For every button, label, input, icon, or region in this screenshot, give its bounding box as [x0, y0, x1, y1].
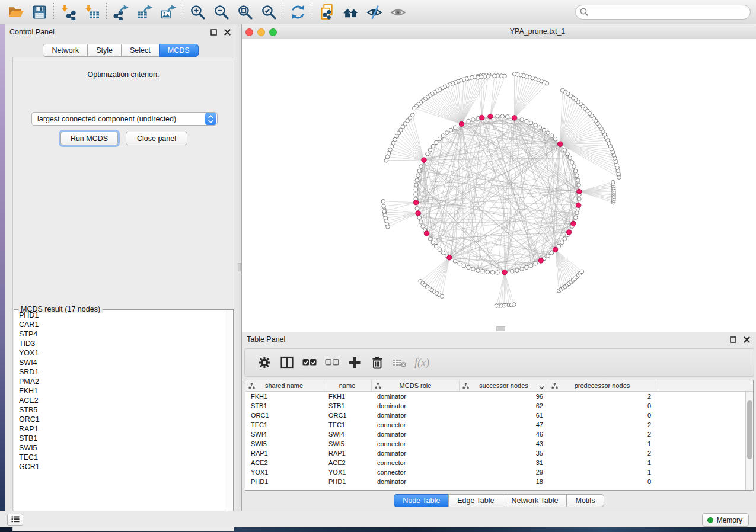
tab-edge-table[interactable]: Edge Table [448, 494, 503, 507]
mcds-result-item[interactable]: TID3 [15, 339, 225, 348]
network-node[interactable] [563, 237, 567, 241]
network-node[interactable] [471, 118, 476, 122]
column-header-shared-name[interactable]: shared name [245, 380, 323, 391]
cell-predecessor-nodes[interactable]: 2 [548, 420, 656, 430]
network-hub-node[interactable] [553, 247, 557, 252]
close-panel-button[interactable]: Close panel [126, 132, 187, 145]
tab-select[interactable]: Select [121, 44, 160, 57]
network-node[interactable] [553, 137, 557, 141]
cell-shared-name[interactable]: RAP1 [245, 448, 323, 458]
cell-name[interactable]: ACE2 [323, 458, 372, 467]
network-node[interactable] [385, 155, 390, 159]
network-node[interactable] [467, 119, 471, 123]
network-node[interactable] [520, 267, 524, 271]
cell-predecessor-nodes[interactable]: 1 [548, 458, 656, 467]
column-header-name[interactable]: name [323, 380, 372, 391]
tab-network-table[interactable]: Network Table [503, 494, 567, 507]
network-node[interactable] [568, 156, 572, 160]
optimization-criterion-select[interactable]: largest connected component (undirected) [31, 112, 218, 126]
network-node[interactable] [525, 119, 529, 123]
cell-name[interactable]: RAP1 [323, 448, 372, 458]
gear-button[interactable] [253, 352, 276, 373]
network-node[interactable] [515, 268, 519, 273]
cell-predecessor-nodes[interactable]: 1 [548, 439, 656, 448]
tab-node-table[interactable]: Node Table [394, 494, 449, 507]
network-node[interactable] [534, 123, 538, 127]
network-node[interactable] [416, 174, 420, 178]
network-node[interactable] [431, 144, 435, 148]
network-node[interactable] [445, 131, 449, 135]
network-node[interactable] [512, 303, 516, 307]
network-node[interactable] [500, 114, 505, 118]
network-node[interactable] [575, 174, 579, 178]
mcds-result-item[interactable]: STB1 [15, 434, 225, 443]
cell-name[interactable]: SWI4 [323, 430, 372, 439]
mcds-result-item[interactable]: PMA2 [15, 377, 225, 386]
network-node[interactable] [490, 270, 495, 274]
zoom-out-button[interactable] [209, 1, 233, 23]
network-node[interactable] [577, 183, 581, 187]
network-node[interactable] [546, 254, 550, 258]
network-node[interactable] [557, 244, 561, 248]
network-node[interactable] [428, 148, 432, 152]
network-node[interactable] [563, 148, 567, 152]
memory-button[interactable]: Memory [702, 513, 749, 527]
network-node[interactable] [414, 183, 419, 187]
cell-mcds-role[interactable]: dominator [372, 448, 460, 458]
network-node[interactable] [440, 294, 444, 299]
cell-predecessor-nodes[interactable]: 2 [548, 430, 656, 439]
cell-predecessor-nodes[interactable]: 0 [548, 401, 656, 411]
mcds-result-item[interactable]: SWI5 [15, 443, 225, 453]
network-node[interactable] [542, 128, 546, 132]
network-hub-node[interactable] [479, 115, 484, 120]
network-hub-node[interactable] [502, 270, 507, 274]
mcds-result-item[interactable]: STP4 [15, 329, 225, 339]
show-all-button[interactable] [386, 1, 410, 23]
cell-mcds-role[interactable]: dominator [372, 401, 460, 411]
hide-selected-button[interactable] [362, 1, 386, 23]
cell-name[interactable]: TEC1 [323, 420, 372, 430]
network-node[interactable] [550, 134, 554, 138]
cell-shared-name[interactable]: ORC1 [245, 411, 323, 420]
network-node[interactable] [419, 165, 423, 169]
cell-shared-name[interactable]: YOX1 [245, 467, 323, 477]
columns-button[interactable] [276, 352, 298, 373]
column-header-MCDS-role[interactable]: MCDS role [372, 380, 460, 391]
network-node[interactable] [434, 140, 438, 145]
network-node[interactable] [538, 126, 542, 130]
network-node[interactable] [419, 220, 423, 225]
network-node[interactable] [382, 209, 387, 213]
cell-successor-nodes[interactable]: 62 [460, 401, 548, 411]
select-all-button[interactable] [298, 352, 321, 373]
network-node[interactable] [575, 211, 579, 215]
import-network-button[interactable] [56, 1, 80, 23]
network-node[interactable] [577, 197, 581, 201]
tab-style[interactable]: Style [87, 44, 122, 57]
network-node[interactable] [467, 265, 471, 270]
export-table-button[interactable] [133, 1, 157, 23]
network-node[interactable] [573, 216, 578, 220]
network-hub-node[interactable] [566, 230, 571, 235]
cell-shared-name[interactable]: PHD1 [245, 477, 323, 486]
first-neighbors-button[interactable] [339, 1, 362, 23]
network-node[interactable] [412, 106, 416, 110]
network-node[interactable] [415, 206, 419, 210]
network-node[interactable] [421, 225, 425, 229]
network-node[interactable] [529, 264, 533, 268]
network-node[interactable] [546, 131, 550, 135]
unselect-all-button[interactable] [321, 352, 343, 373]
network-hub-node[interactable] [422, 158, 426, 162]
network-hub-node[interactable] [447, 255, 452, 260]
column-header-predecessor-nodes[interactable]: predecessor nodes [548, 380, 656, 391]
mcds-result-item[interactable]: SRD1 [15, 367, 225, 377]
cell-successor-nodes[interactable]: 46 [460, 430, 548, 439]
network-node[interactable] [476, 75, 480, 79]
mcds-result-item[interactable]: YOX1 [15, 348, 225, 358]
network-hub-node[interactable] [538, 258, 543, 263]
network-node[interactable] [611, 180, 615, 184]
network-node[interactable] [441, 134, 445, 138]
cell-predecessor-nodes[interactable]: 0 [548, 477, 656, 486]
mcds-result-item[interactable]: FKH1 [15, 386, 225, 396]
mcds-result-item[interactable]: ORC1 [15, 415, 225, 424]
network-node[interactable] [560, 241, 564, 245]
